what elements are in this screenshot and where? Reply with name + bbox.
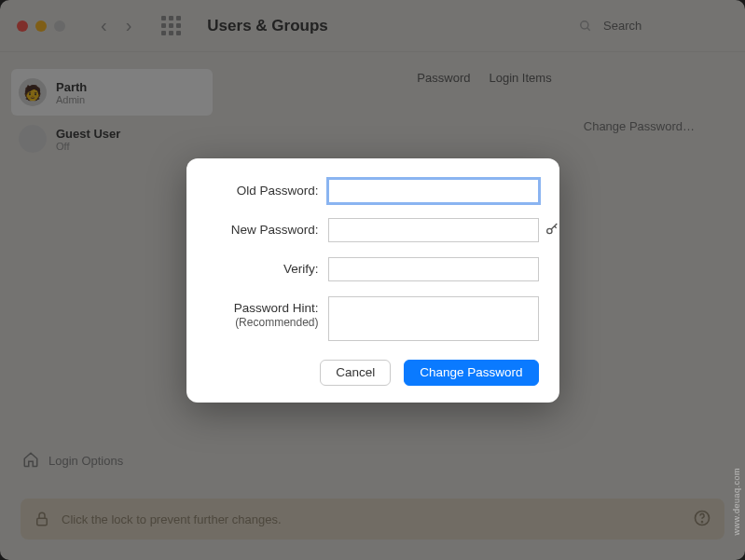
verify-label: Verify: — [207, 257, 328, 277]
cancel-button[interactable]: Cancel — [320, 360, 391, 386]
new-password-label: New Password: — [207, 218, 328, 238]
change-password-dialog: Old Password: New Password: Verify: Pass… — [186, 158, 559, 403]
password-hint-input[interactable] — [328, 296, 539, 341]
old-password-input[interactable] — [328, 179, 539, 203]
verify-password-input[interactable] — [328, 257, 539, 281]
watermark: www.deuaq.com — [732, 468, 741, 536]
old-password-label: Old Password: — [207, 179, 328, 198]
hint-label: Password Hint: (Recommended) — [207, 296, 328, 330]
new-password-input[interactable] — [328, 218, 539, 242]
change-password-button[interactable]: Change Password — [404, 360, 538, 386]
password-assistant-key-icon[interactable] — [545, 222, 559, 240]
